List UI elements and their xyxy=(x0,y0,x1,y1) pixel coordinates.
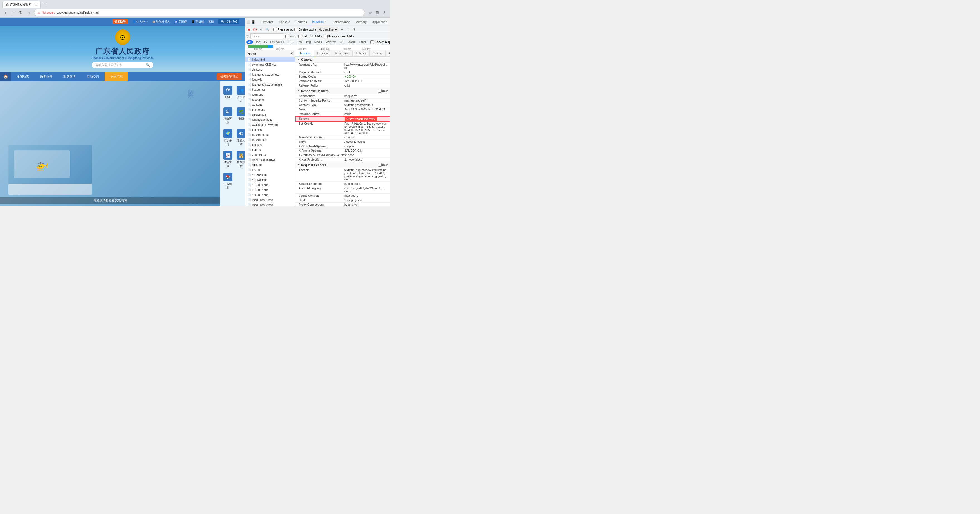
invert-check[interactable]: Invert xyxy=(285,35,297,38)
devtools-inspect-icon[interactable]: ⬜ xyxy=(247,20,251,24)
sidebar-item-overseas[interactable]: 🌍 侨乡侨情 xyxy=(222,128,233,148)
file-swiper-css[interactable]: 📄 idangerous.swiper.css xyxy=(245,72,295,77)
headers-tab[interactable]: Headers xyxy=(296,50,314,57)
file-phone-png[interactable]: 📄 phone.png xyxy=(245,107,295,112)
tab-network[interactable]: Network ✕ xyxy=(310,17,330,27)
file-index-html[interactable]: 📄 index.html xyxy=(245,57,295,62)
network-tab-close[interactable]: ✕ xyxy=(325,20,327,23)
file-4266957[interactable]: 📄 4266957.png xyxy=(245,192,295,197)
personal-center-link[interactable]: 👤 个人中心 xyxy=(132,20,148,24)
disable-cache-check[interactable]: Disable cache xyxy=(294,28,316,32)
response-section-header[interactable]: ▼ Response Headers Raw xyxy=(296,88,390,94)
blocked-cookies-checkbox[interactable] xyxy=(371,40,374,44)
file-zoompic-js[interactable]: 📄 ZoomPic.js xyxy=(245,152,295,157)
site-search-bar[interactable]: 请输入要搜索的内容 🔍 xyxy=(92,62,153,68)
file-cusselect-js[interactable]: 📄 cusSelect.js xyxy=(245,137,295,142)
type-media[interactable]: Media xyxy=(313,40,324,44)
initiator-tab[interactable]: Initiator xyxy=(353,50,369,57)
ai-robot-link[interactable]: 🤖 智能机器人 xyxy=(152,20,170,24)
record-btn[interactable]: ⏺ xyxy=(247,27,251,32)
reload-button[interactable]: ↻ xyxy=(18,10,24,16)
file-swiper-min-js[interactable]: 📄 idangerous.swiper.min.js xyxy=(245,82,295,87)
preserve-log-checkbox[interactable] xyxy=(274,28,277,32)
raw-check[interactable]: Raw xyxy=(378,89,388,93)
tab-performance[interactable]: Performance xyxy=(330,17,353,27)
sidebar-item-ethnic[interactable]: 🕌 民族宗教 xyxy=(235,150,245,169)
import-btn[interactable]: ⬆ xyxy=(345,27,351,32)
hide-data-urls-check[interactable]: Hide data URLs xyxy=(298,35,322,38)
file-jquery[interactable]: 📄 jquery.js xyxy=(245,77,295,82)
preview-tab[interactable]: Preview xyxy=(314,50,332,57)
file-foot-css[interactable]: 📄 foot.css xyxy=(245,127,295,132)
search-network-btn[interactable]: 🔍 xyxy=(265,27,270,32)
sidebar-item-economy[interactable]: 📈 经济发展 xyxy=(222,150,233,169)
type-ws[interactable]: WS xyxy=(338,40,346,44)
raw-checkbox[interactable] xyxy=(378,89,382,93)
file-wza-png[interactable]: 📄 wza.png xyxy=(245,102,295,107)
clear-btn[interactable]: 🚫 xyxy=(253,27,258,32)
nav-news[interactable]: 要闻动态 xyxy=(11,72,35,81)
throttle-select[interactable]: No throttling xyxy=(317,27,338,32)
cookies-tab[interactable]: Cookies xyxy=(386,50,390,57)
blocked-cookies-check[interactable]: Blocked response cookies xyxy=(371,40,390,44)
file-wza-js[interactable]: 📄 wza.js?app=www-gd xyxy=(245,122,295,127)
file-4272897[interactable]: 📄 4272897.png xyxy=(245,187,295,192)
tab-memory[interactable]: Memory xyxy=(353,17,369,27)
sidebar-item-yearbook[interactable]: 📚 广东年鉴 xyxy=(222,171,233,191)
export-btn[interactable]: ⬇ xyxy=(352,27,357,32)
file-4277319[interactable]: 📄 4277319.jpg xyxy=(245,177,295,182)
file-zjgd-css[interactable]: 📄 zjgd.css xyxy=(245,67,295,72)
browser-tab[interactable]: 🏛 广东省人民政府 ✕ xyxy=(2,1,41,8)
file-yxgd-icon-1[interactable]: 📄 yxgd_icon_1.png xyxy=(245,197,295,202)
hide-ext-urls-checkbox[interactable] xyxy=(324,35,328,38)
type-img[interactable]: Img xyxy=(304,40,312,44)
address-bar[interactable]: ⚠ Not secure www.gd.gov.cn/zjgd/index.ht… xyxy=(34,9,365,16)
response-tab[interactable]: Response xyxy=(332,50,353,57)
sidebar-item-geography[interactable]: 🗺 地理 xyxy=(222,85,233,104)
tab-sources[interactable]: Sources xyxy=(293,17,309,27)
file-cusselect-css[interactable]: 📄 cusSelect.css xyxy=(245,132,295,137)
file-style-css[interactable]: 📄 style_test_0823.css xyxy=(245,62,295,67)
type-other[interactable]: Other xyxy=(358,40,368,44)
file-4278636[interactable]: 📄 4278636.jpg xyxy=(245,172,295,177)
traditional-link[interactable]: 繁體 xyxy=(208,20,214,24)
request-section-header[interactable]: ▼ Request Headers Raw xyxy=(296,162,390,168)
file-sjpx-png[interactable]: 📄 sjpx.png xyxy=(245,162,295,167)
general-section-header[interactable]: ▼ General xyxy=(296,57,390,63)
disable-cache-checkbox[interactable] xyxy=(294,28,298,32)
nav-gov-service[interactable]: 政务服务 xyxy=(58,72,81,81)
fetch-btn[interactable]: ⊙ xyxy=(259,27,264,32)
type-fetch[interactable]: Fetch/XHR xyxy=(269,40,286,44)
nav-interaction[interactable]: 互动交流 xyxy=(81,72,105,81)
file-4275934[interactable]: 📄 4275934.png xyxy=(245,182,295,187)
file-login-png[interactable]: 📄 login.png xyxy=(245,92,295,97)
menu-btn[interactable]: ⋮ xyxy=(382,10,388,16)
new-tab-btn[interactable]: + xyxy=(42,1,48,8)
tab-console[interactable]: Console xyxy=(276,17,293,27)
type-all[interactable]: All xyxy=(247,40,253,44)
file-footjs[interactable]: 📄 footjs.js xyxy=(245,142,295,147)
sidebar-item-districts[interactable]: 🏛 行政区划 xyxy=(222,106,233,126)
filter-input[interactable] xyxy=(250,33,284,39)
home-button[interactable]: ⌂ xyxy=(25,10,32,16)
tab-application[interactable]: Application xyxy=(369,17,390,27)
sidebar-item-population[interactable]: 👥 人口语言 xyxy=(235,85,245,104)
mobile-link[interactable]: 📱 手机版 xyxy=(191,20,204,24)
type-font[interactable]: Font xyxy=(295,40,304,44)
forward-button[interactable]: › xyxy=(10,10,16,16)
devtools-device-icon[interactable]: 📱 xyxy=(251,20,255,24)
file-yxgd-icon-2[interactable]: 📄 yxgd_icon_2.png xyxy=(245,202,295,206)
type-css[interactable]: CSS xyxy=(286,40,295,44)
bookmarks-btn[interactable]: ☆ xyxy=(367,10,373,16)
req-raw-check[interactable]: Raw xyxy=(378,163,388,167)
file-sjbewm-jpg[interactable]: 📄 sjbewm.jpg xyxy=(245,112,295,117)
file-dh-png[interactable]: 📄 dh.png xyxy=(245,167,295,172)
accessible-link[interactable]: ♿ 无障碍 xyxy=(174,20,187,24)
sidebar-item-resources[interactable]: 🌿 资源 xyxy=(235,106,245,126)
search-icon[interactable]: 🔍 xyxy=(146,63,150,67)
hide-data-urls-checkbox[interactable] xyxy=(298,35,302,38)
hide-ext-urls-check[interactable]: Hide extension URLs xyxy=(324,35,354,38)
tab-elements[interactable]: Elements xyxy=(258,17,276,27)
home-nav-btn[interactable]: 🏠 xyxy=(0,72,11,81)
file-languachange-js[interactable]: 📄 languachange.js xyxy=(245,117,295,122)
